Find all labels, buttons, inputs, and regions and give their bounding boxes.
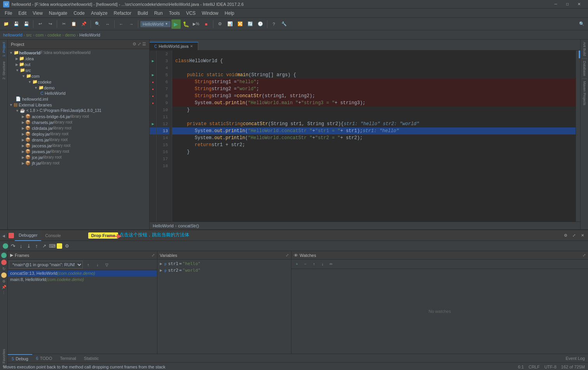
tab-close-icon[interactable]: ✕ bbox=[190, 44, 193, 48]
breadcrumb-demo[interactable]: demo bbox=[65, 33, 76, 37]
tree-jdk[interactable]: ▼ ☕ < 1.8 > C:\Program Files\Java\jdk1.8… bbox=[8, 108, 149, 113]
menu-help[interactable]: Help bbox=[222, 10, 237, 17]
tree-jar-deploy[interactable]: ▶ 📦 deploy.jar library root bbox=[8, 131, 149, 137]
thread-dropdown[interactable]: *main*@1 in group "main": RUNNING bbox=[9, 261, 83, 269]
event-log-btn[interactable]: Event Log bbox=[565, 356, 585, 361]
sidebar-tab-structure[interactable]: 2: Structure bbox=[1, 59, 7, 82]
debug-step-out-btn[interactable]: ↑ bbox=[33, 242, 40, 250]
bottom-tab-todo[interactable]: 6 TODO bbox=[32, 354, 56, 363]
tree-jar-jfr[interactable]: ▶ 📦 jfr.jar library root bbox=[8, 160, 149, 166]
toolbar-open-btn[interactable]: 📁 bbox=[2, 19, 11, 29]
debug-restore-btn[interactable]: ⤢ bbox=[570, 232, 578, 239]
menu-run[interactable]: Run bbox=[151, 10, 166, 17]
debug-run-button[interactable]: 🐛 bbox=[181, 19, 191, 29]
toolbar-btn-tools2[interactable]: 🔧 bbox=[279, 19, 289, 29]
status-linesep[interactable]: CRLF bbox=[529, 365, 540, 369]
tree-root[interactable]: ▼ 📁 helloworld F:\idea workspace\hellowo… bbox=[8, 50, 149, 56]
tree-jar-javaws[interactable]: ▶ 📦 javaws.jar library root bbox=[8, 148, 149, 154]
debug-step-into-btn[interactable]: ↓ bbox=[17, 242, 25, 250]
var-str1[interactable]: ▶ p str1 = "hello" bbox=[158, 260, 290, 267]
project-settings-icon[interactable]: ☰ bbox=[142, 42, 146, 47]
run-button[interactable]: ▶ bbox=[171, 19, 181, 29]
right-tab-ant[interactable]: Ant Build bbox=[582, 40, 587, 59]
tree-jar-charsets[interactable]: ▶ 📦 charsets.jar library root bbox=[8, 119, 149, 125]
toolbar-copy-btn[interactable]: 📋 bbox=[69, 19, 79, 29]
frame-up-btn[interactable]: ↑ bbox=[84, 261, 92, 269]
debug-resume-side-btn[interactable] bbox=[1, 253, 7, 258]
run-arrow-icon[interactable]: ▶ bbox=[152, 122, 154, 126]
debug-sidebar-icon[interactable]: ◀ bbox=[2, 234, 5, 238]
right-tab-database[interactable]: Database bbox=[582, 59, 587, 79]
watches-expand-icon[interactable]: ⤢ bbox=[583, 253, 586, 257]
run-arrow-icon[interactable]: ▶ bbox=[152, 73, 154, 77]
debug-tab-console[interactable]: Console bbox=[41, 230, 65, 241]
editor-scrollbar[interactable] bbox=[576, 51, 580, 222]
breadcrumb-src[interactable]: src bbox=[26, 33, 32, 37]
toolbar-btn-struct[interactable]: 📊 bbox=[225, 19, 235, 29]
menu-build[interactable]: Build bbox=[134, 10, 151, 17]
debug-step-over-btn[interactable]: ↷ bbox=[9, 242, 17, 250]
toolbar-nav-back-btn[interactable]: ← bbox=[117, 19, 126, 29]
tree-demo[interactable]: ▼ 📁 demo bbox=[8, 85, 149, 91]
bottom-tab-terminal[interactable]: Terminal bbox=[56, 354, 80, 363]
run-with-coverage-btn[interactable]: ▶% bbox=[192, 19, 201, 29]
tree-codeke[interactable]: ▼ 📁 codeke bbox=[8, 79, 149, 85]
toolbar-save-btn[interactable]: 💾 bbox=[12, 19, 21, 29]
menu-navigate[interactable]: Navigate bbox=[46, 10, 70, 17]
tree-jar-jaccess[interactable]: ▶ 📦 jaccess.jar library root bbox=[8, 143, 149, 148]
menu-edit[interactable]: Edit bbox=[15, 10, 30, 17]
debug-drop-frame-icon[interactable] bbox=[57, 243, 62, 249]
bottom-tab-statistic[interactable]: Statistic bbox=[80, 354, 103, 363]
favorites-tab[interactable]: 2: Favorites bbox=[2, 349, 6, 367]
menu-tools[interactable]: Tools bbox=[166, 10, 183, 17]
breadcrumb-project[interactable]: helloworld bbox=[3, 33, 23, 37]
menu-vcs[interactable]: VCS bbox=[183, 10, 199, 17]
toolbar-save-all-btn[interactable]: 💾 bbox=[22, 19, 31, 29]
toolbar-btn-help[interactable]: ? bbox=[269, 19, 279, 29]
nav-method[interactable]: concatStr() bbox=[178, 223, 199, 228]
frame-item-0[interactable]: concatStr:13, HelloWorld (com.codeke.dem… bbox=[8, 270, 157, 276]
minimize-button[interactable]: ─ bbox=[550, 0, 562, 9]
toolbar-redo-btn[interactable]: ↪ bbox=[45, 19, 55, 29]
watches-up-btn[interactable]: ↑ bbox=[310, 260, 318, 268]
watches-down-btn[interactable]: ↓ bbox=[319, 260, 326, 268]
frame-filter-btn[interactable]: ▽ bbox=[103, 261, 111, 269]
menu-view[interactable]: View bbox=[30, 10, 46, 17]
variables-expand-icon[interactable]: ⤢ bbox=[286, 253, 289, 257]
tree-com[interactable]: ▼ 📁 com bbox=[8, 73, 149, 79]
editor-tab-helloworld[interactable]: C HelloWorld.java ✕ bbox=[150, 42, 198, 50]
status-encoding[interactable]: UTF-8 bbox=[544, 365, 557, 369]
toolbar-search-everywhere-btn[interactable]: 🔍 bbox=[577, 19, 586, 29]
tree-ext-libs[interactable]: ▼ ▤ External Libraries bbox=[8, 102, 149, 108]
frame-down-btn[interactable]: ↓ bbox=[94, 261, 101, 269]
toolbar-cut-btn[interactable]: ✂ bbox=[59, 19, 68, 29]
toolbar-replace-btn[interactable]: ↔ bbox=[103, 19, 112, 29]
right-tab-maven[interactable]: Maven Projects bbox=[582, 79, 587, 108]
debug-mute-btn[interactable] bbox=[1, 272, 7, 278]
toolbar-btn-history[interactable]: 🕒 bbox=[256, 19, 265, 29]
nav-class[interactable]: HelloWorld bbox=[153, 223, 174, 228]
status-position[interactable]: 6:1 bbox=[518, 365, 524, 369]
tree-helloworld-file[interactable]: C HelloWorld bbox=[8, 91, 149, 96]
status-memory[interactable]: 162 of 725M bbox=[561, 365, 585, 369]
maximize-button[interactable]: □ bbox=[562, 0, 573, 9]
tree-jar-jce[interactable]: ▶ 📦 jce.jar library root bbox=[8, 154, 149, 160]
debug-resume-btn[interactable] bbox=[3, 243, 8, 249]
debug-force-step-into-btn[interactable]: ⤓ bbox=[25, 242, 33, 250]
var-str2[interactable]: ▶ p str2 = "world" bbox=[158, 267, 290, 274]
debug-more-icon[interactable]: ⋮ bbox=[2, 291, 5, 295]
frames-export-icon[interactable]: ⤢ bbox=[152, 253, 155, 257]
toolbar-paste-btn[interactable]: 📌 bbox=[79, 19, 89, 29]
debug-restart-icon[interactable]: ↻ bbox=[2, 267, 5, 271]
sidebar-tab-project[interactable]: 1: Project bbox=[1, 40, 7, 59]
watches-remove-btn[interactable]: − bbox=[302, 260, 309, 268]
menu-refactor[interactable]: Refactor bbox=[111, 10, 134, 17]
tree-idea[interactable]: ▶ 📁 .idea bbox=[8, 56, 149, 61]
toolbar-btn-sdk[interactable]: ⚙ bbox=[215, 19, 225, 29]
frame-item-1[interactable]: main:8, HelloWorld (com.codeke.demo) bbox=[8, 276, 157, 283]
project-gear-icon[interactable]: ⚙ bbox=[133, 42, 136, 47]
breadcrumb-com[interactable]: com bbox=[36, 33, 44, 37]
stop-button[interactable]: ■ bbox=[202, 19, 211, 29]
bottom-tab-debug[interactable]: 5 Debug bbox=[8, 354, 32, 363]
toolbar-undo-btn[interactable]: ↩ bbox=[35, 19, 45, 29]
